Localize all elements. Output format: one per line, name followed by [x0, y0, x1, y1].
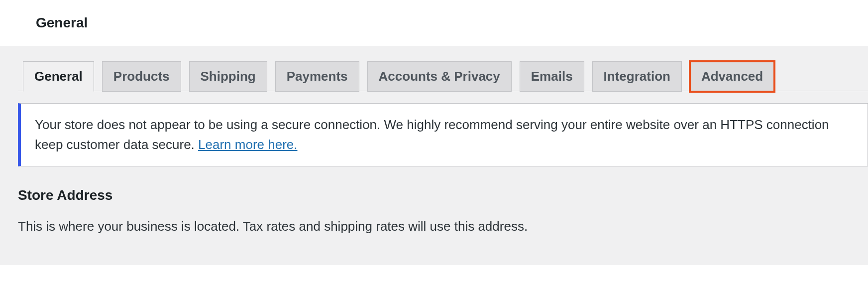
tab-payments[interactable]: Payments	[275, 61, 359, 92]
tab-emails[interactable]: Emails	[520, 61, 584, 92]
section-description-store-address: This is where your business is located. …	[18, 217, 868, 235]
page-header: General	[0, 0, 868, 46]
tab-general[interactable]: General	[23, 61, 94, 92]
https-notice: Your store does not appear to be using a…	[18, 103, 868, 166]
tab-integration[interactable]: Integration	[592, 61, 682, 92]
tabs-nav: General Products Shipping Payments Accou…	[23, 61, 868, 91]
notice-learn-more-link[interactable]: Learn more here.	[198, 137, 297, 152]
tab-accounts-privacy[interactable]: Accounts & Privacy	[367, 61, 512, 92]
notice-text: Your store does not appear to be using a…	[35, 117, 829, 152]
tab-products[interactable]: Products	[102, 61, 181, 92]
section-heading-store-address: Store Address	[18, 187, 868, 203]
content-area: General Products Shipping Payments Accou…	[0, 46, 868, 265]
tab-shipping[interactable]: Shipping	[189, 61, 267, 92]
tab-advanced[interactable]: Advanced	[690, 61, 774, 92]
page-title: General	[36, 15, 868, 31]
